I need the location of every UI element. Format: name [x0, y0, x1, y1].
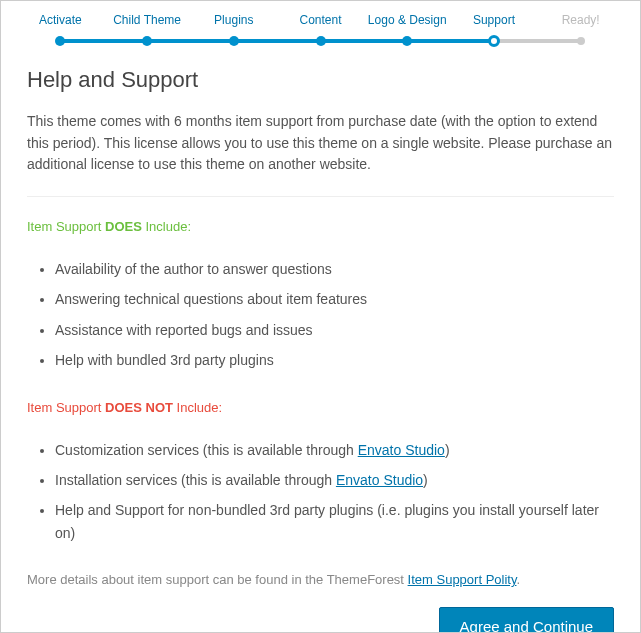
excludes-heading: Item Support DOES NOT Include: — [27, 400, 614, 415]
step-label: Support — [451, 13, 538, 27]
includes-heading: Item Support DOES Include: — [27, 219, 614, 234]
list-item: Installation services (this is available… — [55, 469, 614, 491]
step-label: Ready! — [537, 13, 624, 27]
step-plugins[interactable]: Plugins — [190, 13, 277, 39]
list-item: Assistance with reported bugs and issues — [55, 319, 614, 341]
wizard-stepper: Activate Child Theme Plugins Content Log… — [1, 1, 640, 39]
envato-studio-link[interactable]: Envato Studio — [358, 442, 445, 458]
step-label: Activate — [17, 13, 104, 27]
step-label: Plugins — [190, 13, 277, 27]
step-support[interactable]: Support — [451, 13, 538, 39]
list-item: Customization services (this is availabl… — [55, 439, 614, 461]
list-item: Help and Support for non-bundled 3rd par… — [55, 499, 614, 544]
step-dot-icon — [142, 36, 152, 46]
step-dot-icon — [229, 36, 239, 46]
step-logo-design[interactable]: Logo & Design — [364, 13, 451, 39]
excludes-list: Customization services (this is availabl… — [27, 439, 614, 545]
step-dot-icon — [402, 36, 412, 46]
includes-list: Availability of the author to answer que… — [27, 258, 614, 372]
step-activate[interactable]: Activate — [17, 13, 104, 39]
step-label: Content — [277, 13, 364, 27]
button-row: Agree and Continue — [27, 607, 614, 633]
list-item: Answering technical questions about item… — [55, 288, 614, 310]
item-support-policy-link[interactable]: Item Support Polity — [408, 572, 517, 587]
intro-text: This theme comes with 6 months item supp… — [27, 111, 614, 176]
step-content[interactable]: Content — [277, 13, 364, 39]
step-dot-icon — [316, 36, 326, 46]
step-dot-icon — [488, 35, 500, 47]
page-title: Help and Support — [27, 67, 614, 93]
step-dot-icon — [577, 37, 585, 45]
step-label: Logo & Design — [364, 13, 451, 27]
main-content: Help and Support This theme comes with 6… — [1, 39, 640, 633]
agree-continue-button[interactable]: Agree and Continue — [439, 607, 614, 633]
divider — [27, 196, 614, 197]
step-child-theme[interactable]: Child Theme — [104, 13, 191, 39]
list-item: Help with bundled 3rd party plugins — [55, 349, 614, 371]
footer-note: More details about item support can be f… — [27, 572, 614, 587]
envato-studio-link[interactable]: Envato Studio — [336, 472, 423, 488]
step-ready: Ready! — [537, 13, 624, 39]
step-dot-icon — [55, 36, 65, 46]
step-label: Child Theme — [104, 13, 191, 27]
list-item: Availability of the author to answer que… — [55, 258, 614, 280]
